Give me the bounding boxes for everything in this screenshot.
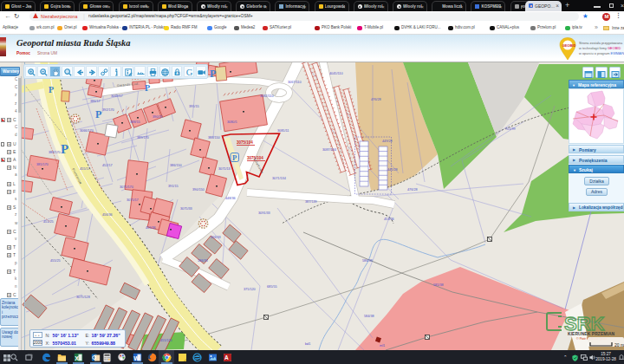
svg-text:A: A xyxy=(224,354,229,361)
svg-text:3087/134: 3087/134 xyxy=(322,148,336,152)
svg-text:P: P xyxy=(145,83,150,93)
svg-text:386/17: 386/17 xyxy=(90,100,101,103)
svg-text:3082/110: 3082/110 xyxy=(260,94,274,98)
svg-text:186/33: 186/33 xyxy=(198,259,208,263)
svg-text:390/15: 390/15 xyxy=(153,115,163,119)
svg-text:3075/33: 3075/33 xyxy=(180,207,192,211)
svg-text:GEOBID: GEOBID xyxy=(562,43,576,48)
svg-text:388/170: 388/170 xyxy=(49,151,61,154)
svg-text:3066/170: 3066/170 xyxy=(80,129,94,133)
svg-text:392/170: 392/170 xyxy=(102,108,114,112)
svg-text:P: P xyxy=(95,108,101,120)
svg-text:P: P xyxy=(49,85,54,94)
svg-text:3071/13: 3071/13 xyxy=(218,167,231,171)
svg-text:455/25: 455/25 xyxy=(50,259,61,263)
svg-text:ml1: ml1 xyxy=(380,344,385,348)
svg-text:166/33: 166/33 xyxy=(211,236,221,239)
svg-text:X: X xyxy=(75,355,79,361)
svg-text:P: P xyxy=(61,142,68,156)
svg-text:A: A xyxy=(176,71,179,75)
svg-text:4045/110: 4045/110 xyxy=(329,72,343,75)
svg-text:3075/104: 3075/104 xyxy=(237,140,253,145)
svg-text:3075/128: 3075/128 xyxy=(76,296,90,299)
svg-text:452/17: 452/17 xyxy=(102,164,113,167)
svg-text:449/28: 449/28 xyxy=(382,140,393,143)
svg-text:389/170: 389/170 xyxy=(137,136,149,140)
svg-text:453/36: 453/36 xyxy=(384,218,394,221)
svg-text:3071/134: 3071/134 xyxy=(272,177,286,180)
svg-text:586/38: 586/38 xyxy=(362,259,373,263)
svg-text:585/38: 585/38 xyxy=(433,283,444,287)
svg-text:391/15: 391/15 xyxy=(168,185,179,188)
svg-text:386/150: 386/150 xyxy=(170,164,182,167)
svg-text:476/28: 476/28 xyxy=(371,98,381,101)
svg-text:476/28: 476/28 xyxy=(407,188,418,192)
svg-text:3067/110: 3067/110 xyxy=(288,81,302,84)
svg-text:584/38: 584/38 xyxy=(364,315,374,318)
svg-text:455/17: 455/17 xyxy=(80,167,90,171)
svg-text:455/120: 455/120 xyxy=(160,339,172,342)
svg-text:448/36: 448/36 xyxy=(225,197,236,200)
svg-text:685/55: 685/55 xyxy=(267,285,277,289)
svg-text:W: W xyxy=(133,355,140,361)
svg-text:3080/1: 3080/1 xyxy=(227,120,237,124)
svg-text:P: P xyxy=(210,68,216,80)
svg-text:701/99: 701/99 xyxy=(505,127,516,131)
svg-text:395/15: 395/15 xyxy=(189,105,199,108)
svg-text:3075/17: 3075/17 xyxy=(127,198,139,202)
svg-text:P: P xyxy=(232,153,237,162)
svg-text:388/150: 388/150 xyxy=(208,136,220,140)
svg-text:445/28: 445/28 xyxy=(387,168,398,172)
svg-text:455/36: 455/36 xyxy=(146,226,156,230)
svg-text:390/150: 390/150 xyxy=(192,188,205,192)
svg-text:3075/170: 3075/170 xyxy=(120,185,133,189)
svg-text:20 m: 20 m xyxy=(614,342,624,348)
svg-text:3091/33: 3091/33 xyxy=(258,211,270,215)
svg-text:3069/17: 3069/17 xyxy=(111,94,123,98)
svg-text:385/170: 385/170 xyxy=(36,163,49,166)
svg-text:375/120: 375/120 xyxy=(244,288,256,291)
svg-text:G: G xyxy=(186,68,193,77)
svg-text:387/139: 387/139 xyxy=(305,200,317,204)
svg-text:456/36: 456/36 xyxy=(102,213,113,217)
svg-text:KIERUNEK PRZEMIAN: KIERUNEK PRZEMIAN xyxy=(568,332,615,336)
svg-text:3085/11: 3085/11 xyxy=(277,129,289,133)
svg-text:388/15: 388/15 xyxy=(130,120,140,124)
svg-text:bd1: bd1 xyxy=(305,342,310,346)
